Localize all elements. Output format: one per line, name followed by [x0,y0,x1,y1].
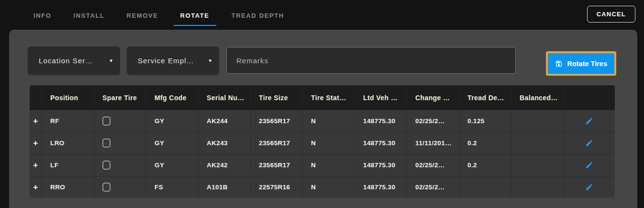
cell-tread_depth: 0.2 [459,132,511,154]
cell-tire_status: N [303,154,355,176]
column-header-actions [564,85,615,110]
chevron-down-icon: ▾ [105,58,112,64]
cell-tire_size: 22575R16 [251,176,303,198]
column-header-tire_status: Tire Stat… [303,85,355,110]
tab-tread-depth[interactable]: TREAD DEPTH [225,12,291,28]
cell-position: LF [42,154,94,176]
cell-balanced [511,176,564,198]
remarks-input[interactable] [226,47,516,74]
cell-ltd_veh: 148775.30 [355,132,407,154]
cell-spare_tire [94,110,146,132]
cell-ltd_veh: 148775.30 [355,154,407,176]
spare-tire-checkbox[interactable] [102,116,111,126]
expand-row-button[interactable]: + [30,110,42,132]
table-row: +RROFSA101B22575R16N148775.3002/25/2… [30,176,615,198]
cancel-button[interactable]: CANCEL [587,6,635,23]
cell-balanced [511,154,564,176]
rotate-tires-button[interactable]: Rotate Tires [548,53,614,74]
tab-bar: INFOINSTALLREMOVEROTATETREAD DEPTH [27,0,291,28]
service-employee-label: Service Empl… [138,57,194,65]
cell-actions [564,154,615,176]
cell-balanced [511,132,564,154]
rotate-tires-highlight: Rotate Tires [546,51,616,76]
cell-tire_size: 23565R17 [251,110,303,132]
cell-position: RRO [42,176,94,198]
column-header-change_date: Change … [407,85,459,110]
edit-row-button[interactable] [585,161,593,169]
column-header-balanced: Balanced… [511,85,564,110]
spare-tire-checkbox[interactable] [102,161,111,170]
expand-row-button[interactable]: + [30,132,42,154]
cell-actions [564,132,615,154]
cell-position: RF [42,110,94,132]
table-header-row: PositionSpare TireMfg CodeSerial Nu…Tire… [30,85,615,110]
cell-tread_depth: 0.2 [459,154,511,176]
cell-actions [564,176,615,198]
top-bar: INFOINSTALLREMOVEROTATETREAD DEPTH CANCE… [0,0,644,30]
cell-tread_depth: 0.125 [459,110,511,132]
cell-serial_number: AK243 [199,132,251,154]
cell-tread_depth [459,176,511,198]
cell-tire_size: 23565R17 [251,132,303,154]
cell-mfg_code: GY [146,132,199,154]
cell-ltd_veh: 148775.30 [355,110,407,132]
column-header-expander [30,85,42,110]
save-icon [555,60,563,68]
location-service-dropdown[interactable]: Location Ser… ▾ [28,46,120,75]
cell-tire_status: N [303,176,355,198]
cell-change_date: 02/25/2… [407,154,459,176]
column-header-spare_tire: Spare Tire [94,85,146,110]
cell-serial_number: AK244 [199,110,251,132]
cell-spare_tire [94,176,146,198]
cell-change_date: 02/25/2… [407,176,459,198]
content-panel: Location Ser… ▾ Service Empl… ▾ Rotate T… [9,30,637,208]
cell-tire_status: N [303,110,355,132]
column-header-mfg_code: Mfg Code [146,85,199,110]
column-header-tread_depth: Tread De… [459,85,511,110]
edit-pencil-icon [585,183,593,191]
cell-mfg_code: GY [146,110,199,132]
cell-spare_tire [94,132,146,154]
location-service-label: Location Ser… [39,57,93,65]
edit-row-button[interactable] [585,117,593,125]
cell-change_date: 02/25/2… [407,110,459,132]
edit-row-button[interactable] [585,183,593,191]
tab-install[interactable]: INSTALL [67,12,111,28]
column-header-position: Position [42,85,94,110]
edit-pencil-icon [585,139,593,147]
cell-tire_status: N [303,132,355,154]
spare-tire-checkbox[interactable] [102,183,111,192]
table-body: +RFGYAK24423565R17N148775.3002/25/2…0.12… [30,110,615,198]
tab-info[interactable]: INFO [27,12,58,28]
cell-actions [564,110,615,132]
cell-spare_tire [94,154,146,176]
cell-mfg_code: GY [146,154,199,176]
column-header-tire_size: Tire Size [251,85,303,110]
cell-ltd_veh: 148775.30 [355,176,407,198]
cell-serial_number: AK242 [199,154,251,176]
rotate-tires-label: Rotate Tires [567,60,607,68]
cell-tire_size: 23565R17 [251,154,303,176]
tab-rotate[interactable]: ROTATE [174,12,216,28]
edit-pencil-icon [585,161,593,169]
table-row: +LROGYAK24323565R17N148775.3011/11/201…0… [30,132,615,154]
spare-tire-checkbox[interactable] [102,139,111,148]
cell-position: LRO [42,132,94,154]
column-header-serial_number: Serial Nu… [199,85,251,110]
expand-row-button[interactable]: + [30,176,42,198]
tires-table: PositionSpare TireMfg CodeSerial Nu…Tire… [30,85,615,198]
filter-row: Location Ser… ▾ Service Empl… ▾ Rotate T… [9,30,637,76]
column-header-ltd_veh: Ltd Veh … [355,85,407,110]
cell-balanced [511,110,564,132]
edit-pencil-icon [585,117,593,125]
cell-change_date: 11/11/201… [407,132,459,154]
table-row: +LFGYAK24223565R17N148775.3002/25/2…0.2 [30,154,615,176]
chevron-down-icon: ▾ [204,58,211,64]
expand-row-button[interactable]: + [30,154,42,176]
cell-mfg_code: FS [146,176,199,198]
service-employee-dropdown[interactable]: Service Empl… ▾ [127,46,219,75]
tab-remove[interactable]: REMOVE [120,12,165,28]
edit-row-button[interactable] [585,139,593,147]
table-row: +RFGYAK24423565R17N148775.3002/25/2…0.12… [30,110,615,132]
cell-serial_number: A101B [199,176,251,198]
